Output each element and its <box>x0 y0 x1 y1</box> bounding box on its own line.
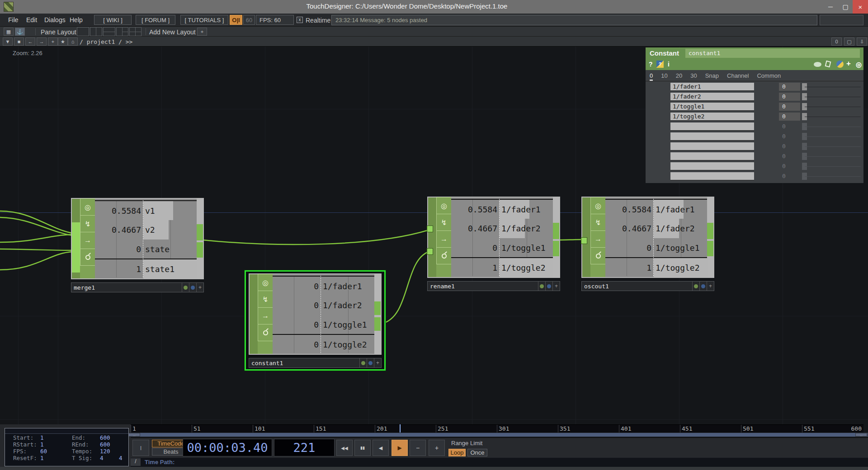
lock-flag-icon[interactable] <box>258 324 273 341</box>
layout-three-pane-button[interactable] <box>116 27 128 36</box>
param-name-field[interactable] <box>670 122 754 131</box>
bypass-flag-icon[interactable]: ↯ <box>258 291 273 308</box>
node-add-button[interactable]: + <box>374 358 381 367</box>
param-name-field[interactable] <box>670 152 754 160</box>
add-parameter-icon[interactable]: + <box>846 59 851 68</box>
layout-vsplit-button[interactable] <box>90 27 102 36</box>
param-name-field[interactable]: 1/fader1 <box>670 83 754 91</box>
target-icon[interactable]: ◎ <box>856 61 862 69</box>
export-flag-icon[interactable]: → <box>436 230 452 248</box>
node-constant1[interactable]: ◎ ↯ → 0 1/fader1 0 1/fader2 0 1/toggle1 <box>249 273 382 368</box>
bypass-flag-icon[interactable]: ↯ <box>436 214 452 231</box>
param-name-field[interactable] <box>670 132 754 141</box>
menu-help[interactable]: Help <box>70 16 83 24</box>
playhead[interactable] <box>400 424 401 432</box>
menu-file[interactable]: File <box>8 16 19 24</box>
help-icon[interactable]: ? <box>649 61 653 68</box>
python-help-icon[interactable]: ? <box>656 61 664 68</box>
param-value-field[interactable]: 0 <box>779 113 800 121</box>
param-name-field[interactable] <box>670 142 754 150</box>
forward-icon[interactable]: → <box>37 38 47 46</box>
pause-icon[interactable]: ▮▮ <box>354 440 371 456</box>
param-value-field[interactable]: 0 <box>779 83 800 91</box>
input-connector[interactable] <box>250 274 258 354</box>
input-connector[interactable] <box>582 197 590 277</box>
node-add-button[interactable]: + <box>552 282 560 291</box>
comment-icon[interactable] <box>814 62 821 67</box>
node-merge1[interactable]: ◎ ↯ → 0.5584 v1 0.4667 v2 0 state <box>71 198 204 292</box>
pane-collapse-button[interactable]: ⇩ <box>857 38 867 46</box>
tab-channel[interactable]: Channel <box>727 70 749 81</box>
range-right-handle[interactable]: ... <box>855 433 867 437</box>
output-connector[interactable] <box>374 274 381 354</box>
lock-flag-icon[interactable] <box>80 249 95 266</box>
node-color-button[interactable] <box>692 282 699 291</box>
node-name-label[interactable]: constant1 <box>249 360 359 367</box>
param-value-field[interactable]: 0 <box>779 152 800 160</box>
param-slider-track[interactable] <box>805 136 861 137</box>
back-icon[interactable]: ← <box>25 38 35 46</box>
node-comment-button[interactable] <box>189 283 196 292</box>
menu-edit[interactable]: Edit <box>26 16 37 24</box>
param-name-field[interactable] <box>670 172 754 180</box>
param-value-field[interactable]: 0 <box>779 103 800 111</box>
pane-maximize-button[interactable]: ▢ <box>844 38 854 46</box>
param-value-field[interactable]: 0 <box>779 172 800 180</box>
viewer-flag-icon[interactable]: ◎ <box>258 274 273 291</box>
python-icon[interactable] <box>836 61 844 68</box>
input-connector[interactable] <box>428 197 436 277</box>
input-connector[interactable] <box>72 199 80 278</box>
param-name-field[interactable] <box>670 162 754 170</box>
param-value-field[interactable]: 0 <box>779 93 800 101</box>
pane-menu-dropdown[interactable]: ▼ <box>3 38 13 46</box>
realtime-label[interactable]: Realtime <box>306 17 330 24</box>
param-value-field[interactable]: 0 <box>779 122 800 131</box>
skip-to-start-icon[interactable]: ◀◀ <box>336 440 353 456</box>
loop-button[interactable]: Loop <box>448 449 466 456</box>
home-icon[interactable]: ⌂ <box>68 38 78 46</box>
node-name-label[interactable]: merge1 <box>71 284 182 291</box>
cursor-button[interactable]: I <box>132 440 149 456</box>
node-comment-button[interactable] <box>545 282 552 291</box>
time-path-button[interactable]: / <box>131 458 141 466</box>
play-reverse-icon[interactable]: ◀ <box>373 440 389 456</box>
node-comment-button[interactable] <box>699 282 707 291</box>
lock-flag-icon[interactable] <box>590 247 606 264</box>
export-flag-icon[interactable]: → <box>80 232 95 249</box>
realtime-checkbox[interactable]: x <box>297 17 303 23</box>
node-name-label[interactable]: rename1 <box>428 283 538 290</box>
bypass-flag-icon[interactable]: ↯ <box>590 214 606 231</box>
export-flag-icon[interactable]: → <box>590 230 606 248</box>
info-icon[interactable]: i <box>668 61 670 68</box>
node-color-button[interactable] <box>182 283 189 292</box>
viewer-flag-icon[interactable]: ◎ <box>436 197 452 214</box>
param-name-field[interactable]: 1/toggle2 <box>670 113 754 121</box>
forum-button[interactable]: [ FORUM ] <box>136 15 175 25</box>
range-scrollbar[interactable]: ... ... <box>127 432 868 437</box>
tab-20[interactable]: 20 <box>676 70 682 81</box>
range-left-handle[interactable]: ... <box>128 433 140 437</box>
add-layout-button[interactable]: + <box>197 28 207 36</box>
bypass-flag-icon[interactable]: ↯ <box>80 215 95 232</box>
param-slider-track[interactable] <box>805 176 861 177</box>
maximize-button[interactable]: ▢ <box>839 0 852 14</box>
param-name-field[interactable]: 1/toggle1 <box>670 103 754 111</box>
menu-dialogs[interactable]: Dialogs <box>44 16 66 24</box>
step-back-button[interactable]: − <box>410 440 426 456</box>
param-slider-track[interactable] <box>805 146 861 147</box>
anchor-icon[interactable]: ⚓ <box>15 28 25 36</box>
output-connector[interactable] <box>707 197 713 277</box>
param-name-field[interactable]: 1/fader2 <box>670 93 754 101</box>
tab-10[interactable]: 10 <box>661 70 667 81</box>
param-value-field[interactable]: 0 <box>779 142 800 150</box>
node-add-button[interactable]: + <box>707 282 714 291</box>
param-slider-track[interactable] <box>805 156 861 157</box>
tutorials-button[interactable]: [ TUTORIALS ] <box>180 15 228 25</box>
output-input-toggle[interactable]: O|I <box>230 15 242 25</box>
param-value-field[interactable]: 0 <box>779 132 800 141</box>
tab-30[interactable]: 30 <box>690 70 697 81</box>
export-flag-icon[interactable]: → <box>258 307 273 324</box>
layout-hsplit-button[interactable] <box>103 27 115 36</box>
node-color-button[interactable] <box>359 358 367 367</box>
copy-parameters-icon[interactable] <box>825 61 831 67</box>
